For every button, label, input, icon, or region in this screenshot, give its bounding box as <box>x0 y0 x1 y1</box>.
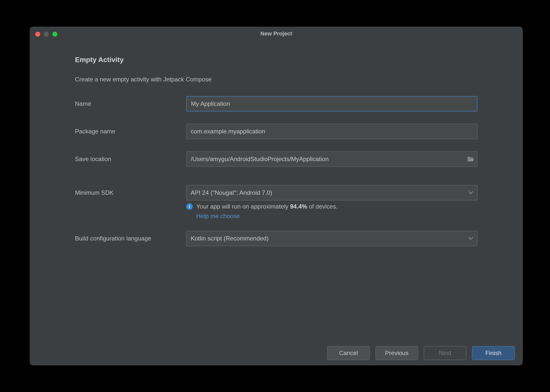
min-sdk-value: API 24 ("Nougat"; Android 7.0) <box>191 189 272 196</box>
folder-open-icon[interactable] <box>467 156 474 162</box>
dialog-footer: Cancel Previous Next Finish <box>30 340 523 365</box>
page-heading: Empty Activity <box>75 56 478 64</box>
next-button: Next <box>424 346 466 360</box>
close-window-button[interactable] <box>35 32 40 37</box>
chevron-down-icon <box>468 237 473 240</box>
info-icon: i <box>186 203 193 210</box>
dialog-content: Empty Activity Create a new empty activi… <box>30 41 523 340</box>
help-me-choose-link[interactable]: Help me choose <box>196 213 478 220</box>
sdk-info-suffix: of devices. <box>307 203 338 210</box>
minimize-window-button[interactable] <box>44 32 49 37</box>
location-input[interactable] <box>186 151 478 167</box>
finish-button[interactable]: Finish <box>472 346 515 360</box>
min-sdk-select[interactable]: API 24 ("Nougat"; Android 7.0) <box>186 185 478 201</box>
package-label: Package name <box>75 128 186 135</box>
titlebar: New Project <box>30 27 523 41</box>
name-label: Name <box>75 100 186 107</box>
row-build-lang: Build configuration language Kotlin scri… <box>75 231 478 246</box>
name-input[interactable] <box>186 96 478 112</box>
sdk-info-block: i Your app will run on approximately 94.… <box>186 203 478 220</box>
package-input[interactable] <box>186 124 478 139</box>
cancel-button[interactable]: Cancel <box>327 346 370 360</box>
maximize-window-button[interactable] <box>52 32 57 37</box>
sdk-info-percent: 94.4% <box>290 203 307 210</box>
previous-button[interactable]: Previous <box>375 346 418 360</box>
sdk-info-text: i Your app will run on approximately 94.… <box>186 203 478 210</box>
location-label: Save location <box>75 156 186 163</box>
row-location: Save location <box>75 151 478 167</box>
sdk-info-prefix: Your app will run on approximately <box>196 203 290 210</box>
page-subheading: Create a new empty activity with Jetpack… <box>75 76 478 83</box>
build-lang-label: Build configuration language <box>75 235 186 242</box>
build-lang-select[interactable]: Kotlin script (Recommended) <box>186 231 478 246</box>
build-lang-value: Kotlin script (Recommended) <box>191 235 268 242</box>
window-controls <box>35 32 57 37</box>
window-title: New Project <box>260 30 292 37</box>
new-project-dialog: New Project Empty Activity Create a new … <box>30 27 523 365</box>
row-package: Package name <box>75 124 478 139</box>
row-name: Name <box>75 96 478 112</box>
chevron-down-icon <box>468 191 473 194</box>
row-min-sdk: Minimum SDK API 24 ("Nougat"; Android 7.… <box>75 185 478 201</box>
min-sdk-label: Minimum SDK <box>75 189 186 196</box>
